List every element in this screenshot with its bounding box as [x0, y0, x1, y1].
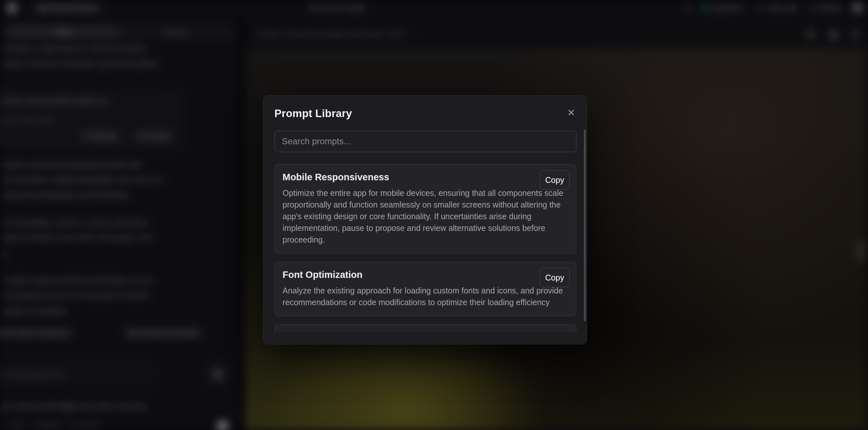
prompt-card-font-optimization[interactable]: Font Optimization Copy Analyze the exist… [274, 262, 577, 316]
prompt-library-dialog: Prompt Library ✕ Mobile Responsiveness C… [263, 95, 587, 344]
prompt-body: Optimize the entire app for mobile devic… [282, 187, 568, 245]
search-input[interactable] [274, 131, 577, 152]
screen: ▦ Prompt Library urfd-cloud-voyage ⌄ ⚙ S… [0, 0, 868, 430]
modal-scrollbar[interactable] [584, 129, 586, 321]
copy-button[interactable]: Copy [540, 170, 569, 190]
prompt-card-mobile-responsiveness[interactable]: Mobile Responsiveness Copy Optimize the … [274, 164, 577, 254]
copy-button[interactable]: Copy [540, 268, 569, 287]
prompt-body: Analyze the existing approach for loadin… [282, 285, 568, 308]
prompt-title: Mobile Responsiveness [282, 172, 568, 183]
prompt-card-partial[interactable] [274, 324, 577, 332]
prompt-title: Font Optimization [282, 269, 568, 280]
prompt-list: Mobile Responsiveness Copy Optimize the … [274, 164, 577, 332]
close-icon[interactable]: ✕ [564, 105, 578, 120]
dialog-title: Prompt Library [274, 108, 352, 120]
